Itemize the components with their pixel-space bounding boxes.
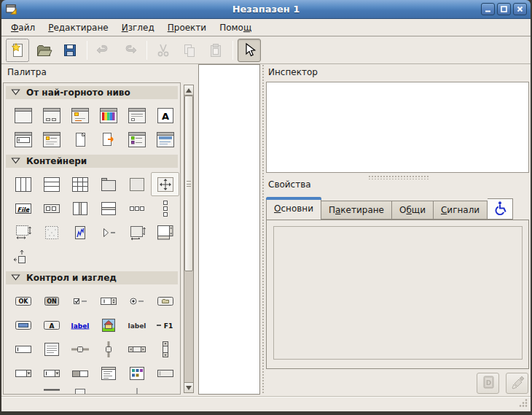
palette-item-frame-icon[interactable] xyxy=(122,172,151,196)
titlebar[interactable]: Незапазен 1 xyxy=(1,0,531,19)
palette-item-scrolled-window-icon[interactable] xyxy=(151,220,179,244)
design-canvas[interactable] xyxy=(198,64,260,395)
palette-item-text-view-icon[interactable] xyxy=(37,337,66,361)
palette-item-layout-icon[interactable] xyxy=(9,220,37,244)
palette-item-vseparator-icon[interactable] xyxy=(122,385,151,395)
inspector-resize-grip[interactable] xyxy=(368,175,429,179)
palette-item-link-button-icon[interactable]: label xyxy=(66,313,94,337)
palette-item-table-icon[interactable] xyxy=(66,172,94,196)
palette-item-hbox-icon[interactable] xyxy=(9,172,37,196)
tab-accessibility[interactable] xyxy=(488,198,513,220)
palette-item-vscale-icon[interactable] xyxy=(94,337,122,361)
devhelp-button[interactable]: D xyxy=(477,373,499,394)
palette-item-viewport-icon[interactable] xyxy=(122,220,151,244)
palette-item-drawing-area-icon[interactable] xyxy=(37,220,66,244)
palette-item-icon-view-icon[interactable] xyxy=(122,361,151,385)
palette-item-entry-icon[interactable] xyxy=(9,337,37,361)
edit-button[interactable] xyxy=(506,373,528,394)
palette-item-check-button-icon[interactable] xyxy=(66,289,94,313)
toolbar-separator xyxy=(146,41,147,60)
palette-item-toggle-button-icon[interactable]: ON xyxy=(37,289,66,313)
palette-item-alignment-icon[interactable] xyxy=(9,244,37,268)
menu-1[interactable]: Файл xyxy=(4,19,42,36)
svg-text:label: label xyxy=(71,322,89,329)
palette-item-accel-label-icon[interactable]: F1 xyxy=(151,313,179,337)
selector-button[interactable] xyxy=(238,39,261,62)
palette-item-tree-view-icon[interactable] xyxy=(94,361,122,385)
palette-item-color-button-icon[interactable] xyxy=(9,313,37,337)
application-window: Незапазен 1 ФайлРедактиранеИзгледПроекти… xyxy=(0,0,532,415)
palette-item-vpaned-icon[interactable] xyxy=(94,196,122,220)
cut-button[interactable] xyxy=(152,39,175,62)
palette-item-font-selection-dialog-icon[interactable]: A xyxy=(151,104,179,128)
palette-section-header-1[interactable]: От най-горното ниво xyxy=(6,86,178,99)
save-button[interactable] xyxy=(58,39,82,62)
palette-item-combo-box-entry-icon[interactable] xyxy=(37,361,66,385)
palette-item-fixed-icon[interactable] xyxy=(151,172,179,196)
menu-5[interactable]: Помощ xyxy=(213,19,258,36)
resize-grip[interactable] xyxy=(518,398,528,409)
palette-item-vruler-icon[interactable] xyxy=(66,385,94,395)
palette-scrollbar[interactable] xyxy=(184,85,194,393)
palette-item-combo-box-icon[interactable] xyxy=(9,361,37,385)
tab-3[interactable]: Общи xyxy=(392,201,434,220)
palette-item-radio-button-icon[interactable] xyxy=(122,289,151,313)
palette-item-window-icon[interactable] xyxy=(9,104,37,128)
inspector-tree[interactable] xyxy=(266,82,529,173)
properties-buttons: D xyxy=(477,373,528,394)
palette-item-font-button-icon[interactable]: A xyxy=(37,313,66,337)
palette-item-vbuttonbox-icon[interactable] xyxy=(151,196,179,220)
copy-button[interactable] xyxy=(178,39,201,62)
menu-3[interactable]: Изглед xyxy=(115,19,161,36)
tab-1[interactable]: Основни xyxy=(266,197,321,220)
palette-item-color-selection-dialog-icon[interactable] xyxy=(94,104,122,128)
main-area: Палитра От най-горното нивоAКонтейнериFi… xyxy=(1,64,531,397)
palette-item-message-dialog-icon[interactable] xyxy=(66,104,94,128)
open-button[interactable] xyxy=(32,39,55,62)
palette-item-label-icon[interactable]: label xyxy=(122,313,151,337)
palette-item-save-dialog-icon[interactable] xyxy=(94,128,122,152)
expander-open-icon xyxy=(10,87,21,99)
palette-item-button-icon[interactable]: OK xyxy=(9,289,37,313)
palette-section-header-2[interactable]: Контейнери xyxy=(6,155,178,168)
palette-item-notebook-icon[interactable] xyxy=(94,172,122,196)
palette-item-hscrollbar-icon[interactable] xyxy=(122,337,151,361)
scroll-down-button[interactable] xyxy=(184,382,193,392)
menu-4[interactable]: Проекти xyxy=(161,19,213,36)
palette-item-assistant-icon[interactable] xyxy=(151,128,179,152)
palette-item-curve-icon[interactable] xyxy=(66,220,94,244)
palette-item-hscale-icon[interactable] xyxy=(66,337,94,361)
palette-item-hbuttonbox-icon[interactable] xyxy=(122,196,151,220)
palette-section-header-3[interactable]: Контрол и изглед xyxy=(6,271,178,284)
palette-item-file-chooser-widget-icon[interactable] xyxy=(66,128,94,152)
palette-item-about-dialog-icon[interactable] xyxy=(37,128,66,152)
redo-button[interactable] xyxy=(118,39,141,62)
palette-item-image-icon[interactable] xyxy=(94,313,122,337)
palette-item-dialog-icon[interactable] xyxy=(37,104,66,128)
palette-item-vbox-icon[interactable] xyxy=(37,172,66,196)
palette-item-vscrollbar-icon[interactable] xyxy=(151,337,179,361)
palette-item-hseparator-icon[interactable] xyxy=(37,385,66,395)
menu-2[interactable]: Редактиране xyxy=(42,19,115,36)
scrollbar-thumb[interactable] xyxy=(184,96,193,271)
palette-item-hpaned-icon[interactable] xyxy=(66,196,94,220)
palette-item-expander-icon[interactable] xyxy=(94,220,122,244)
palette-item-statusbar-icon[interactable] xyxy=(151,361,179,385)
palette-item-file-chooser-button-icon[interactable] xyxy=(151,289,179,313)
paste-button[interactable] xyxy=(204,39,227,62)
pane-resize-handle[interactable] xyxy=(262,64,265,395)
palette-item-recent-chooser-dialog-icon[interactable] xyxy=(122,128,151,152)
palette-item-input-dialog-icon[interactable] xyxy=(9,128,37,152)
tab-4[interactable]: Сигнали xyxy=(434,201,488,220)
statusbar xyxy=(1,397,531,411)
palette-item-file-chooser-dialog-icon[interactable] xyxy=(122,104,151,128)
palette-item-menubar-icon[interactable]: File xyxy=(9,196,37,220)
palette-item-progress-bar-icon[interactable] xyxy=(66,361,94,385)
toolbar-separator xyxy=(232,41,233,60)
new-button[interactable] xyxy=(6,39,29,62)
palette-item-spin-button-icon[interactable] xyxy=(94,289,122,313)
palette-item-toolbar-icon[interactable] xyxy=(37,196,66,220)
tab-2[interactable]: Пакетиране xyxy=(321,201,392,220)
scroll-up-button[interactable] xyxy=(184,85,193,96)
undo-button[interactable] xyxy=(92,39,115,62)
